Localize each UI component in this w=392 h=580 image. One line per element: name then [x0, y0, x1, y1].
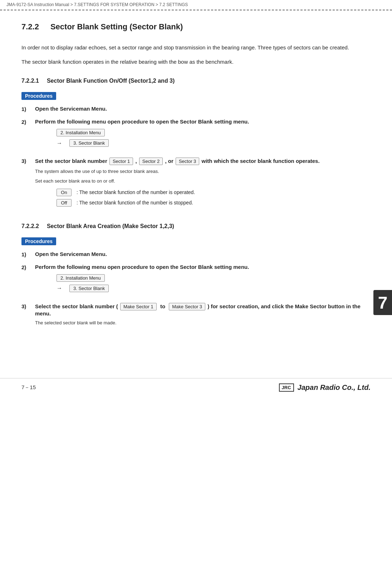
step-text-1-2: Perform the following menu open procedur…: [35, 119, 249, 125]
menu-sequence-2: 2. Installation Menu → 3. Sector Blank: [57, 274, 371, 292]
step-number-1-2: 2): [21, 119, 35, 125]
intro-paragraph-2: The sector blank function operates in th…: [21, 57, 371, 67]
arrow-icon-1: →: [57, 140, 62, 146]
comma1: ,: [135, 158, 137, 164]
step-number-1-3: 3): [21, 158, 35, 164]
on-desc: : The sector blank function of the numbe…: [77, 189, 195, 195]
section-title: Sector Blank Setting (Sector Blank): [50, 22, 183, 32]
sector3-btn[interactable]: Sector 3: [176, 158, 199, 165]
step-text-1-1: Open the Serviceman Menu.: [35, 106, 107, 112]
footer: 7－15 JRC Japan Radio Co., Ltd.: [0, 378, 392, 392]
arrow-row-1: → 3. Sector Blank: [57, 139, 371, 147]
step-number-2-2: 2): [21, 264, 35, 270]
procedures-badge-1: Procedures: [21, 92, 56, 100]
step-1-2: 2) Perform the following menu open proce…: [21, 119, 371, 151]
step-text-2-2: Perform the following menu open procedur…: [35, 264, 249, 270]
to-text: to: [160, 303, 165, 309]
section-number: 7.2.2: [21, 22, 39, 32]
sector2-btn[interactable]: Sector 2: [139, 158, 163, 165]
intro-paragraph-1: In order not to display radar echoes, se…: [21, 43, 371, 52]
menu-sequence-1: 2. Installation Menu → 3. Sector Blank: [57, 129, 371, 147]
step-text-before-1-3: Set the sector blank number: [35, 158, 107, 164]
subsection1-title: Sector Blank Function On/Off (Sector1,2 …: [47, 78, 175, 84]
subsection2-title: Sector Blank Area Creation (Make Sector …: [47, 223, 174, 229]
company-logo: JRC Japan Radio Co., Ltd.: [279, 383, 371, 392]
section-title-row: 7.2.2 Sector Blank Setting (Sector Blank…: [21, 22, 371, 38]
sector-blank-btn-2[interactable]: 3. Sector Blank: [69, 285, 109, 292]
step-number-2-3: 3): [21, 303, 35, 309]
make-sector3-btn[interactable]: Make Sector 3: [169, 303, 205, 310]
on-btn[interactable]: On: [57, 189, 72, 196]
installation-menu-btn-1[interactable]: 2. Installation Menu: [57, 129, 105, 136]
step-1-1: 1) Open the Serviceman Menu.: [21, 106, 371, 112]
step-2-2: 2) Perform the following menu open proce…: [21, 264, 371, 296]
breadcrumb-text: JMA-9172-SA Instruction Manual > 7.SETTI…: [6, 2, 188, 7]
off-desc: : The sector blank function of the numbe…: [77, 200, 193, 206]
step-text-after-1-3: with which the sector blank function ope…: [202, 158, 320, 164]
arrow-icon-2: →: [57, 285, 62, 291]
arrow-row-2: → 3. Sector Blank: [57, 285, 371, 292]
subsection1-number: 7.2.2.1: [21, 78, 39, 84]
make-sector1-btn[interactable]: Make Sector 1: [120, 303, 157, 310]
step-2-3: 3) Select the sector blank number ( Make…: [21, 303, 371, 329]
comma2: , or: [165, 158, 173, 164]
step-1-3: 3) Set the sector blank number Sector 1 …: [21, 158, 371, 210]
company-name: Japan Radio Co., Ltd.: [298, 383, 371, 392]
off-row: Off : The sector blank function of the n…: [57, 199, 371, 207]
page-number: 7－15: [21, 384, 36, 391]
note-3: The selected sector blank will be made.: [35, 319, 371, 327]
jrc-badge: JRC: [279, 383, 294, 392]
chapter-tab: 7: [373, 290, 392, 315]
step-number-1-1: 1): [21, 106, 35, 112]
sector-blank-btn-1[interactable]: 3. Sector Blank: [69, 139, 109, 147]
step-2-1: 1) Open the Serviceman Menu.: [21, 251, 371, 257]
on-row: On : The sector blank function of the nu…: [57, 189, 371, 196]
breadcrumb: JMA-9172-SA Instruction Manual > 7.SETTI…: [0, 0, 392, 10]
note-1: The system allows the use of up to three…: [35, 168, 371, 175]
note-2: Set each sector blank area to on or off.: [35, 178, 371, 185]
subsection2-title-row: 7.2.2.2 Sector Blank Area Creation (Make…: [21, 223, 371, 234]
subsection1-title-row: 7.2.2.1 Sector Blank Function On/Off (Se…: [21, 78, 371, 88]
sector1-btn[interactable]: Sector 1: [109, 158, 133, 165]
procedures-badge-2: Procedures: [21, 237, 56, 245]
subsection2-number: 7.2.2.2: [21, 223, 39, 229]
step-text-2-1: Open the Serviceman Menu.: [35, 251, 107, 257]
installation-menu-btn-2[interactable]: 2. Installation Menu: [57, 274, 105, 282]
on-off-section: On : The sector blank function of the nu…: [57, 189, 371, 207]
step-number-2-1: 1): [21, 251, 35, 257]
off-btn[interactable]: Off: [57, 199, 72, 207]
step-text-before-2-3: Select the sector blank number (: [35, 303, 118, 309]
